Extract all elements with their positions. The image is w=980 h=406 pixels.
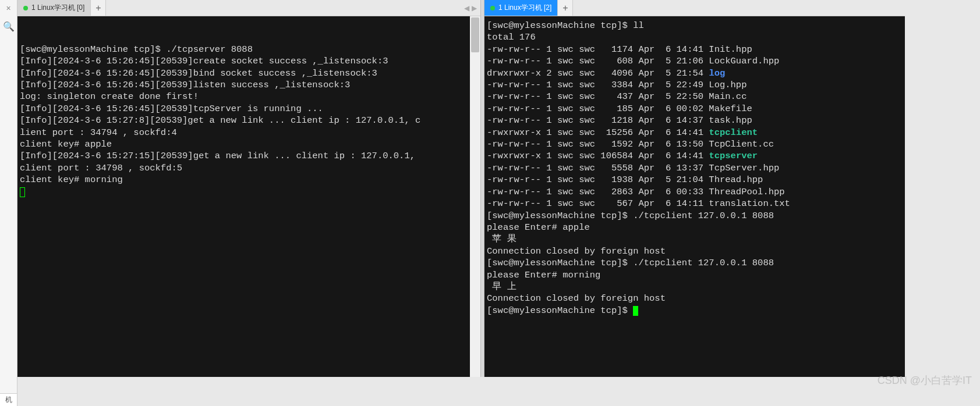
terminal-right[interactable]: [swc@mylessonMachine tcp]$ lltotal 176-r…: [484, 16, 905, 377]
terminal-line: please Enter# apple: [487, 222, 903, 233]
terminal-output: [swc@mylessonMachine tcp]$ ./tcpserver 8…: [20, 44, 469, 186]
terminal-line: please Enter# morning: [487, 269, 903, 281]
terminal-line: -rw-rw-r-- 1 swc swc 2863 Apr 6 00:33 Th…: [487, 186, 903, 198]
tab-left-session[interactable]: 1 Linux学习机 [0]: [17, 0, 91, 16]
tab-bar-right: 1 Linux学习机 [2] +: [484, 0, 905, 16]
side-toolbar: × 🔍: [0, 0, 17, 406]
terminal-line: -rw-rw-r-- 1 swc swc 3384 Apr 5 22:49 Lo…: [487, 79, 903, 91]
add-tab-button[interactable]: +: [558, 0, 573, 16]
nav-right-icon[interactable]: ▶: [472, 4, 477, 12]
scrollbar[interactable]: [470, 16, 480, 377]
terminal-line: -rw-rw-r-- 1 swc swc 5558 Apr 6 13:37 Tc…: [487, 162, 903, 174]
status-dot-icon: [23, 6, 28, 10]
terminal-line: -rwxrwxr-x 1 swc swc 106584 Apr 6 14:41 …: [487, 150, 903, 162]
terminal-line: -rw-rw-r-- 1 swc swc 1218 Apr 6 14:37 ta…: [487, 115, 903, 126]
status-dot-icon: [490, 6, 495, 10]
terminal-line: 早 上: [487, 281, 903, 293]
watermark: CSDN @小白苦学IT: [878, 373, 972, 387]
terminal-line: [swc@mylessonMachine tcp]$ ./tcpclient 1…: [487, 210, 903, 222]
terminal-line: -rw-rw-r-- 1 swc swc 437 Apr 5 22:50 Mai…: [487, 91, 903, 102]
nav-left-icon[interactable]: ◀: [464, 4, 469, 12]
terminal-line: Connection closed by foreign host: [487, 245, 903, 257]
terminal-line: Connection closed by foreign host: [487, 293, 903, 304]
terminal-line: [swc@mylessonMachine tcp]$ ll: [487, 20, 903, 31]
terminal-line: [swc@mylessonMachine tcp]$: [487, 305, 903, 316]
cursor: [633, 306, 638, 316]
tab-right-session[interactable]: 1 Linux学习机 [2]: [484, 0, 558, 16]
scrollbar-thumb[interactable]: [471, 17, 479, 52]
bottom-tab[interactable]: 机: [0, 393, 17, 406]
pane-left: 1 Linux学习机 [0] + ◀ ▶ [swc@mylessonMachin…: [17, 0, 480, 377]
terminal-line: total 176: [487, 31, 903, 43]
tab-bar-left: 1 Linux学习机 [0] + ◀ ▶: [17, 0, 480, 16]
close-icon[interactable]: ×: [0, 0, 17, 16]
terminal-line: -rw-rw-r-- 1 swc swc 608 Apr 5 21:06 Loc…: [487, 55, 903, 67]
pane-divider[interactable]: [480, 0, 484, 377]
terminal-line: [swc@mylessonMachine tcp]$ ./tcpclient 1…: [487, 257, 903, 269]
terminal-line: -rwxrwxr-x 1 swc swc 15256 Apr 6 14:41 t…: [487, 127, 903, 138]
terminal-line: -rw-rw-r-- 1 swc swc 1938 Apr 5 21:04 Th…: [487, 174, 903, 186]
terminal-line: -rw-rw-r-- 1 swc swc 567 Apr 6 14:11 tra…: [487, 198, 903, 209]
terminal-line: -rw-rw-r-- 1 swc swc 185 Apr 6 00:02 Mak…: [487, 103, 903, 115]
search-icon[interactable]: 🔍: [0, 17, 17, 35]
terminal-line: 苹 果: [487, 233, 903, 245]
cursor: [20, 187, 25, 197]
terminal-line: -rw-rw-r-- 1 swc swc 1174 Apr 6 14:41 In…: [487, 44, 903, 55]
terminal-line: -rw-rw-r-- 1 swc swc 1592 Apr 6 13:50 Tc…: [487, 138, 903, 150]
tab-label: 1 Linux学习机 [2]: [498, 3, 551, 13]
pane-right: 1 Linux学习机 [2] + [swc@mylessonMachine tc…: [484, 0, 905, 377]
terminal-left[interactable]: [swc@mylessonMachine tcp]$ ./tcpserver 8…: [17, 16, 480, 377]
tab-nav: ◀ ▶: [461, 0, 480, 16]
add-tab-button[interactable]: +: [91, 0, 106, 16]
terminal-line: drwxrwxr-x 2 swc swc 4096 Apr 5 21:54 lo…: [487, 67, 903, 79]
tab-label: 1 Linux学习机 [0]: [31, 3, 84, 13]
